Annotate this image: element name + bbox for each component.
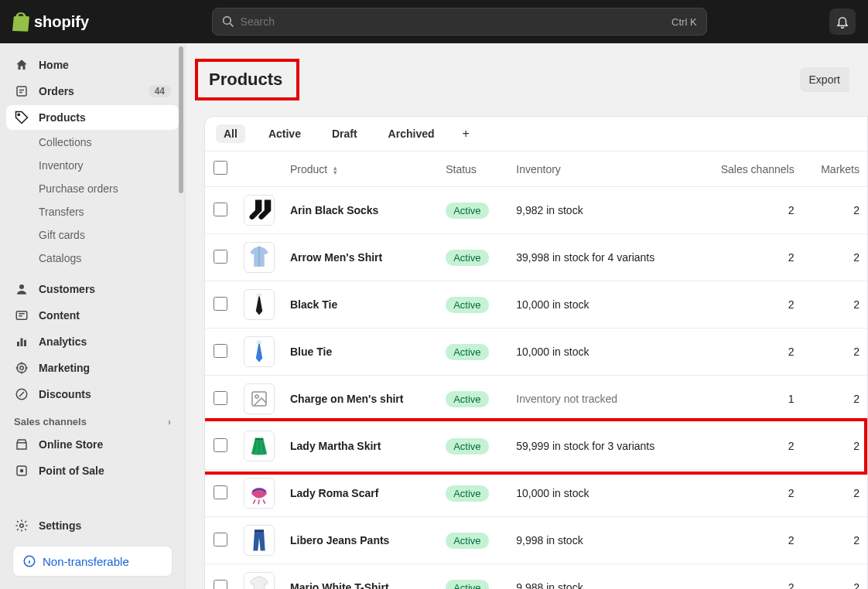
status-badge: Active xyxy=(446,580,488,590)
sidebar-item-content[interactable]: Content xyxy=(6,303,179,328)
products-card: All Active Draft Archived + Product ▴▾ xyxy=(204,116,868,589)
table-row[interactable]: Lady Martha SkirtActive59,999 in stock f… xyxy=(205,423,867,470)
row-checkbox[interactable] xyxy=(214,391,227,405)
status-badge: Active xyxy=(446,485,488,502)
row-checkbox[interactable] xyxy=(214,438,227,452)
main-content: Products Export All Active Draft Archive… xyxy=(186,43,868,589)
markets-count: 2 xyxy=(802,187,867,234)
sidebar-sub-gift-cards[interactable]: Gift cards xyxy=(6,224,179,246)
sales-channels-header[interactable]: Sales channels › xyxy=(6,408,179,432)
markets-count: 2 xyxy=(802,470,867,517)
shopify-bag-icon xyxy=(12,12,29,32)
select-all-checkbox[interactable] xyxy=(214,161,227,175)
svg-rect-17 xyxy=(257,341,262,344)
table-row[interactable]: Mario White T-ShirtActive9,988 in stock2… xyxy=(205,564,867,590)
sidebar-item-orders[interactable]: Orders 44 xyxy=(6,79,179,104)
add-view-button[interactable]: + xyxy=(458,125,474,142)
row-checkbox[interactable] xyxy=(214,533,227,546)
svg-line-1 xyxy=(230,23,233,26)
product-name: Black Tie xyxy=(290,298,337,311)
svg-rect-16 xyxy=(257,294,262,297)
sidebar-item-home[interactable]: Home xyxy=(6,53,179,77)
table-row[interactable]: Blue TieActive10,000 in stock22 xyxy=(205,329,867,376)
tab-all[interactable]: All xyxy=(216,124,245,143)
product-thumbnail xyxy=(244,525,275,556)
row-checkbox[interactable] xyxy=(214,580,227,590)
export-button[interactable]: Export xyxy=(800,67,849,92)
gear-icon xyxy=(14,518,29,533)
sidebar-item-discounts[interactable]: Discounts xyxy=(6,382,179,407)
notification-button[interactable] xyxy=(829,9,856,35)
channels-count: 2 xyxy=(695,423,802,470)
inventory-text: 9,998 in stock xyxy=(516,534,583,546)
sidebar-channel-pos[interactable]: Point of Sale xyxy=(6,458,179,483)
sidebar-item-analytics[interactable]: Analytics xyxy=(6,329,179,354)
product-thumbnail xyxy=(244,431,275,461)
chevron-right-icon: › xyxy=(168,416,171,427)
orders-icon xyxy=(14,83,29,99)
product-name: Arrow Men's Shirt xyxy=(290,251,382,264)
col-status[interactable]: Status xyxy=(438,152,508,187)
sidebar-item-customers[interactable]: Customers xyxy=(6,277,179,301)
orders-badge: 44 xyxy=(149,85,171,97)
table-row[interactable]: Libero Jeans PantsActive9,998 in stock22 xyxy=(205,517,867,564)
discount-icon xyxy=(14,386,29,402)
sidebar-sub-catalogs[interactable]: Catalogs xyxy=(6,247,179,269)
col-markets[interactable]: Markets xyxy=(802,152,867,187)
sidebar-item-settings[interactable]: Settings xyxy=(6,513,179,538)
table-row[interactable]: Arin Black SocksActive9,982 in stock22 xyxy=(205,187,867,234)
status-badge: Active xyxy=(446,203,488,219)
sidebar-sub-purchase-orders[interactable]: Purchase orders xyxy=(6,178,179,199)
product-thumbnail xyxy=(244,242,275,273)
tab-archived[interactable]: Archived xyxy=(381,124,443,143)
product-thumbnail xyxy=(244,478,275,509)
row-checkbox[interactable] xyxy=(214,297,227,311)
status-badge: Active xyxy=(446,438,488,455)
inventory-text: Inventory not tracked xyxy=(516,393,617,405)
bell-icon xyxy=(836,15,849,29)
brand-logo[interactable]: shopify xyxy=(12,12,89,32)
svg-rect-6 xyxy=(17,342,19,346)
row-checkbox[interactable] xyxy=(214,485,227,499)
product-thumbnail xyxy=(244,383,275,414)
col-inventory[interactable]: Inventory xyxy=(508,152,694,187)
sidebar-item-products[interactable]: Products xyxy=(6,105,179,130)
sidebar-sub-transfers[interactable]: Transfers xyxy=(6,201,179,223)
sidebar: Home Orders 44 Products Collections Inve… xyxy=(0,43,186,589)
row-checkbox[interactable] xyxy=(214,203,227,216)
search-input[interactable] xyxy=(241,15,666,28)
table-row[interactable]: Charge on Men's shirtActiveInventory not… xyxy=(205,376,867,423)
search-bar[interactable]: Ctrl K xyxy=(212,8,707,36)
col-product[interactable]: Product ▴▾ xyxy=(282,152,438,187)
table-row[interactable]: Arrow Men's ShirtActive39,998 in stock f… xyxy=(205,234,867,281)
markets-count: 2 xyxy=(802,564,867,590)
search-icon xyxy=(222,15,234,28)
row-checkbox[interactable] xyxy=(214,250,227,264)
svg-rect-2 xyxy=(17,87,26,96)
product-name: Mario White T-Shirt xyxy=(290,581,389,589)
product-thumbnail xyxy=(244,195,275,226)
status-badge: Active xyxy=(446,250,488,266)
sidebar-sub-inventory[interactable]: Inventory xyxy=(6,155,179,176)
inventory-text: 10,000 in stock xyxy=(516,346,589,358)
non-transferable-banner[interactable]: Non-transferable xyxy=(12,546,173,577)
sidebar-item-label: Home xyxy=(39,59,69,71)
row-checkbox[interactable] xyxy=(214,344,227,358)
svg-rect-20 xyxy=(255,529,264,532)
sidebar-item-marketing[interactable]: Marketing xyxy=(6,356,179,380)
sidebar-sub-collections[interactable]: Collections xyxy=(6,131,179,153)
sidebar-scrollbar[interactable] xyxy=(177,43,185,589)
table-row[interactable]: Black TieActive10,000 in stock22 xyxy=(205,281,867,329)
svg-point-0 xyxy=(223,17,231,25)
channels-count: 2 xyxy=(695,187,802,234)
inventory-text: 59,999 in stock for 3 variants xyxy=(516,440,654,452)
status-badge: Active xyxy=(446,533,488,549)
svg-point-4 xyxy=(19,284,24,289)
content-icon xyxy=(14,308,29,323)
markets-count: 2 xyxy=(802,376,867,423)
tab-draft[interactable]: Draft xyxy=(324,124,365,143)
tab-active[interactable]: Active xyxy=(261,124,309,143)
col-channels[interactable]: Sales channels xyxy=(695,152,802,187)
table-row[interactable]: Lady Roma ScarfActive10,000 in stock22 xyxy=(205,470,867,517)
sidebar-channel-online-store[interactable]: Online Store xyxy=(6,432,179,457)
